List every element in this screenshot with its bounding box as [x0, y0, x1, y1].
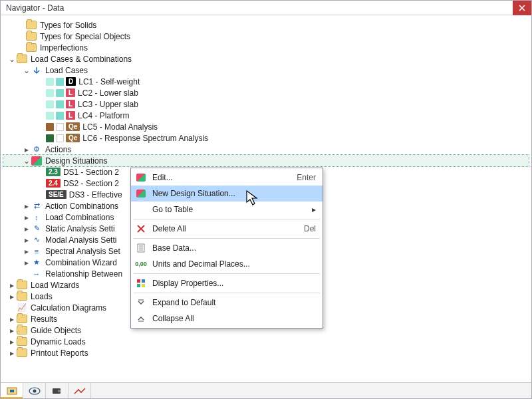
color-swatch	[56, 112, 64, 120]
tree-item[interactable]: Relationship Between	[45, 269, 122, 279]
design-situation-icon	[31, 156, 42, 166]
color-swatch	[56, 89, 64, 97]
delete-icon	[134, 223, 148, 235]
svg-rect-10	[137, 279, 140, 283]
collapse-icon	[134, 313, 148, 325]
tree-item[interactable]: Load Combinations	[45, 213, 114, 222]
tree-item[interactable]: Calculation Diagrams	[31, 303, 106, 313]
menu-separator	[134, 219, 320, 219]
expand-toggle[interactable]: ▸	[22, 145, 31, 154]
expand-toggle[interactable]: ⌄	[22, 156, 31, 166]
menu-separator	[134, 238, 320, 239]
menu-base-data[interactable]: Base Data...	[131, 240, 323, 256]
close-button[interactable]	[513, 1, 531, 15]
color-swatch	[46, 100, 54, 108]
tree-item[interactable]: Combination Wizard	[45, 258, 117, 267]
tree-item[interactable]: Modal Analysis Setti	[45, 235, 116, 245]
toolbar-display-tab[interactable]	[23, 383, 46, 398]
tree-item[interactable]: Printout Reports	[31, 348, 88, 358]
menu-units[interactable]: 0,00 Units and Decimal Places...	[131, 256, 323, 272]
expand-toggle[interactable]: ▸	[7, 337, 17, 346]
tree-item[interactable]: Spectral Analysis Set	[45, 247, 120, 256]
expand-toggle[interactable]: ▸	[7, 326, 17, 335]
tree-item[interactable]: Load Wizards	[31, 281, 79, 290]
design-situation-item[interactable]: DS2 - Section 2	[63, 179, 119, 188]
svg-rect-1	[10, 390, 14, 392]
menu-collapse-all[interactable]: Collapse All	[131, 311, 323, 327]
tree-item-design-situations[interactable]: ⌄Design Situations	[3, 155, 529, 166]
load-case-item[interactable]: LC5 - Modal Analysis	[82, 122, 158, 132]
expand-toggle[interactable]: ▸	[7, 292, 17, 301]
menu-delete-all[interactable]: Delete All Del	[131, 221, 323, 237]
load-type-badge: Qe	[66, 134, 80, 142]
folder-icon	[26, 21, 37, 29]
load-type-badge: Qe	[66, 122, 80, 131]
svg-point-3	[33, 389, 36, 392]
expand-toggle[interactable]: ▸	[22, 224, 31, 233]
expand-icon	[134, 297, 148, 309]
folder-icon	[26, 43, 37, 52]
design-situation-item[interactable]: DS3 - Effective	[69, 190, 122, 200]
expand-toggle[interactable]: ▸	[22, 201, 31, 211]
expand-toggle[interactable]: ▸	[7, 281, 17, 290]
load-case-item[interactable]: LC4 - Platform	[78, 111, 129, 120]
svg-point-5	[58, 390, 61, 392]
expand-toggle[interactable]: ▸	[22, 247, 31, 256]
expand-toggle[interactable]: ⌄	[22, 66, 31, 75]
tree-item[interactable]: Static Analysis Setti	[45, 224, 115, 233]
menu-expand-default[interactable]: Expand to Default	[131, 295, 323, 311]
tree-item[interactable]: Action Combinations	[45, 201, 118, 211]
expand-toggle[interactable]: ▸	[22, 235, 31, 245]
spectral-settings-icon: ≡	[31, 247, 42, 256]
toolbar-views-tab[interactable]	[46, 383, 68, 398]
menu-separator	[134, 273, 320, 274]
toolbar-results-tab[interactable]	[68, 383, 91, 398]
display-props-icon	[134, 277, 148, 289]
menu-new-design-situation[interactable]: New Design Situation...	[131, 186, 323, 201]
load-case-item[interactable]: LC2 - Lower slab	[78, 88, 138, 98]
ds-badge: 2.3	[46, 168, 61, 176]
relationship-icon: ↔	[31, 269, 42, 279]
expand-toggle[interactable]: ▸	[22, 213, 31, 222]
load-combinations-icon: ↕	[31, 213, 42, 222]
expand-toggle[interactable]: ▸	[22, 258, 31, 267]
load-type-badge: D	[66, 77, 76, 86]
actions-icon: ⚙	[31, 145, 42, 154]
tree-item[interactable]: Types for Solids	[40, 21, 96, 30]
folder-icon	[17, 55, 27, 63]
expand-toggle[interactable]: ▸	[7, 315, 17, 324]
submenu-arrow-icon: ▸	[312, 205, 316, 214]
tree-item[interactable]: Load Cases	[45, 66, 88, 75]
menu-display-properties[interactable]: Display Properties...	[131, 275, 323, 291]
svg-rect-13	[142, 284, 145, 287]
expand-toggle[interactable]: ⌄	[7, 55, 17, 64]
load-case-item[interactable]: LC3 - Upper slab	[78, 100, 138, 109]
color-swatch	[46, 89, 54, 97]
tree-item[interactable]: Load Cases & Combinations	[31, 55, 132, 64]
folder-icon	[17, 326, 27, 334]
new-icon	[134, 188, 148, 200]
load-case-item[interactable]: LC6 - Response Spectrum Analysis	[82, 134, 208, 143]
color-swatch	[46, 123, 54, 131]
combination-wizard-icon: ★	[31, 258, 42, 267]
load-case-item[interactable]: LC1 - Self-weight	[78, 77, 140, 86]
tree-item[interactable]: Imperfections	[40, 43, 88, 53]
design-situation-item[interactable]: DS1 - Section 2	[63, 168, 119, 177]
tree-item[interactable]: Actions	[45, 145, 71, 154]
tree-item[interactable]: Results	[31, 315, 57, 324]
tree-item[interactable]: Types for Special Objects	[40, 32, 130, 41]
tree-item[interactable]: Loads	[31, 292, 53, 301]
shortcut-text: Del	[304, 224, 316, 233]
tree-item[interactable]: Dynamic Loads	[31, 337, 86, 346]
load-type-badge: L	[66, 111, 75, 120]
expand-toggle[interactable]: ▸	[7, 348, 17, 358]
load-type-badge: L	[66, 88, 75, 97]
menu-go-to-table[interactable]: Go to Table ▸	[131, 201, 323, 217]
tree-item[interactable]: Guide Objects	[31, 326, 81, 335]
toolbar-data-tab[interactable]	[1, 383, 23, 398]
color-swatch	[46, 134, 54, 142]
menu-edit[interactable]: Edit... Enter	[131, 170, 323, 186]
ds-badge: 2.4	[46, 179, 61, 188]
svg-rect-12	[137, 284, 140, 287]
arrow-down-icon	[31, 66, 42, 75]
